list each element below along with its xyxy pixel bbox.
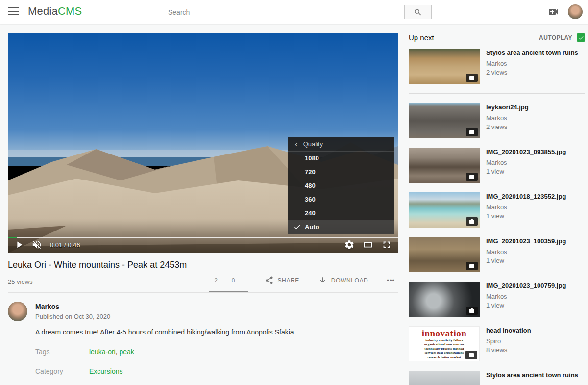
item-author: Markos <box>486 204 566 211</box>
list-item[interactable]: IMG_20201023_100759.jpg Markos 1 view <box>409 282 585 317</box>
item-title: IMG_20201023_093855.jpg <box>486 148 566 156</box>
menu-icon[interactable] <box>8 7 19 16</box>
action-bar: 2 0 SHARE DOWNLOAD ••• <box>210 275 398 285</box>
search-input[interactable] <box>162 5 404 19</box>
item-title: IMG_20201023_100359.jpg <box>486 237 566 245</box>
camera-icon <box>469 219 475 225</box>
thumbnail <box>409 192 480 228</box>
mute-icon[interactable] <box>31 239 42 250</box>
camera-icon <box>469 174 475 180</box>
photo-badge <box>466 173 478 181</box>
quality-option-480[interactable]: 480 <box>288 179 394 193</box>
item-title: Stylos area ancient town ruins <box>486 371 578 379</box>
thumbnail <box>409 49 480 84</box>
seek-bar[interactable] <box>8 237 398 238</box>
list-item[interactable]: IMG_20201023_100359.jpg Markos 1 view <box>409 237 585 272</box>
list-item[interactable]: Stylos area ancient town ruins <box>409 371 585 385</box>
like-button[interactable]: 2 <box>211 277 218 284</box>
item-title: IMG_20201023_100759.jpg <box>486 282 566 290</box>
dislike-count: 0 <box>232 277 235 284</box>
check-icon <box>578 35 584 41</box>
tag-link-leuka-ori[interactable]: leuka-ori <box>89 348 116 356</box>
list-divider <box>409 93 585 94</box>
share-button[interactable]: SHARE <box>262 275 302 285</box>
item-author: Spiro <box>486 337 531 345</box>
page-title: Leuka Ori - White mountains - Peak at 24… <box>8 260 398 270</box>
download-label: DOWNLOAD <box>331 277 368 284</box>
list-item[interactable]: Stylos area ancient town ruins Markos 2 … <box>409 49 585 84</box>
user-avatar[interactable] <box>568 4 583 19</box>
main-column: ‹ Quality 1080 720 480 360 240 Auto 0:01… <box>8 33 398 385</box>
settings-gear-icon[interactable] <box>344 239 355 250</box>
photo-badge <box>466 128 478 136</box>
theater-mode-icon[interactable] <box>363 239 373 250</box>
item-title: head inovation <box>486 327 531 334</box>
item-title: leykaori24.jpg <box>486 103 529 111</box>
list-item[interactable]: leykaori24.jpg Markos 2 views <box>409 103 585 138</box>
download-button[interactable]: DOWNLOAD <box>315 275 371 285</box>
item-title: IMG_20201018_123552.jpg <box>486 193 566 201</box>
autoplay-control: AUTOPLAY <box>539 33 585 42</box>
list-item[interactable]: IMG_20201018_123552.jpg Markos 1 view <box>409 192 585 228</box>
category-row: Category Excursions <box>35 367 398 375</box>
item-author: Markos <box>486 114 529 122</box>
up-next-header: Up next AUTOPLAY <box>409 33 585 42</box>
tags-row: Tags leuka-ori, peak <box>35 348 398 356</box>
autoplay-label: AUTOPLAY <box>539 34 572 41</box>
video-player[interactable]: ‹ Quality 1080 720 480 360 240 Auto 0:01… <box>8 33 398 253</box>
author-avatar[interactable] <box>8 302 27 321</box>
description: A dream comes true! After 4-5 hours of c… <box>35 328 398 336</box>
logo[interactable]: MediaCMS <box>28 5 82 18</box>
photo-badge <box>466 74 478 82</box>
item-author: Markos <box>486 159 566 166</box>
video-add-icon <box>547 6 560 18</box>
fullscreen-icon[interactable] <box>381 239 392 250</box>
category-label: Category <box>35 367 89 375</box>
seek-bar-played <box>8 237 17 238</box>
tag-link-peak[interactable]: peak <box>119 348 134 356</box>
item-author: Markos <box>486 293 566 300</box>
up-next-title: Up next <box>409 33 434 42</box>
item-views: 1 view <box>486 168 566 175</box>
list-item[interactable]: innovation industry creativity failure o… <box>409 326 585 361</box>
photo-badge <box>466 351 477 359</box>
camera-icon <box>469 129 475 135</box>
author-name[interactable]: Markos <box>35 303 110 310</box>
item-author: Markos <box>486 248 566 256</box>
share-label: SHARE <box>278 277 299 284</box>
more-options-button[interactable]: ••• <box>384 276 398 284</box>
item-author: Markos <box>486 60 578 67</box>
quality-menu-title: Quality <box>303 140 323 148</box>
list-item[interactable]: IMG_20201023_093855.jpg Markos 1 view <box>409 148 585 183</box>
tag-separator: , <box>116 348 118 356</box>
quality-menu-back[interactable]: ‹ Quality <box>288 137 394 152</box>
thumbnail <box>409 103 480 138</box>
dislike-button[interactable]: 0 <box>228 277 235 284</box>
like-count: 2 <box>214 277 218 284</box>
photo-badge <box>466 262 478 270</box>
share-icon <box>265 276 274 285</box>
more-icon: ••• <box>387 277 395 284</box>
item-views: 2 views <box>486 69 578 76</box>
publish-date: Published on Oct 30, 2020 <box>35 313 110 320</box>
thumbnail <box>409 237 480 272</box>
category-link[interactable]: Excursions <box>89 367 122 375</box>
upload-media-button[interactable] <box>547 6 560 18</box>
thumbnail <box>409 371 480 385</box>
chevron-left-icon: ‹ <box>295 140 298 148</box>
camera-icon <box>469 263 475 269</box>
top-bar: MediaCMS <box>0 0 588 24</box>
quality-option-720[interactable]: 720 <box>288 165 394 179</box>
play-button[interactable] <box>14 239 24 250</box>
tags-label: Tags <box>35 348 89 356</box>
quality-option-240[interactable]: 240 <box>288 206 394 220</box>
check-icon <box>294 223 301 231</box>
quality-option-auto[interactable]: Auto <box>288 220 394 234</box>
quality-option-360[interactable]: 360 <box>288 193 394 206</box>
search-box <box>162 5 432 19</box>
search-button[interactable] <box>404 5 431 19</box>
up-next-sidebar: Up next AUTOPLAY Stylos area ancient tow… <box>409 33 585 385</box>
quality-option-1080[interactable]: 1080 <box>288 152 394 165</box>
logo-media-text: Media <box>28 5 58 17</box>
autoplay-checkbox[interactable] <box>577 33 585 42</box>
